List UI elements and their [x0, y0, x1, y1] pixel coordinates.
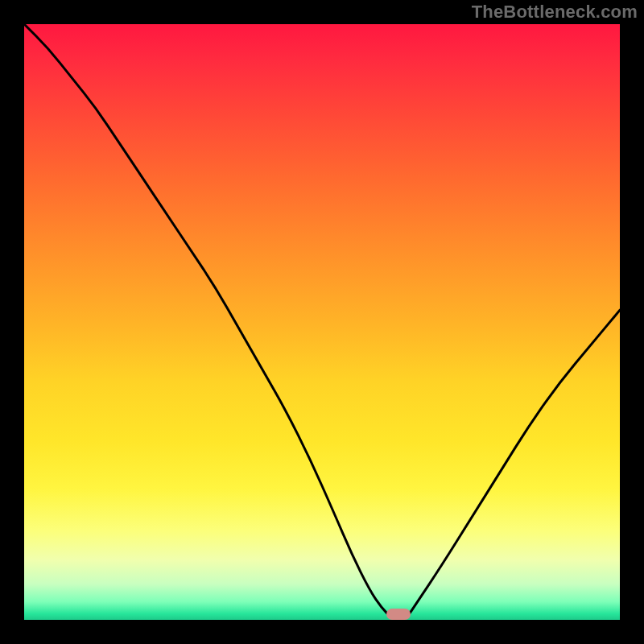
watermark-text: TheBottleneck.com	[472, 2, 638, 23]
curve-path	[24, 24, 620, 620]
chart-frame: TheBottleneck.com	[0, 0, 644, 644]
plot-area	[24, 24, 620, 620]
bottleneck-curve	[24, 24, 620, 620]
optimum-marker	[386, 609, 411, 620]
